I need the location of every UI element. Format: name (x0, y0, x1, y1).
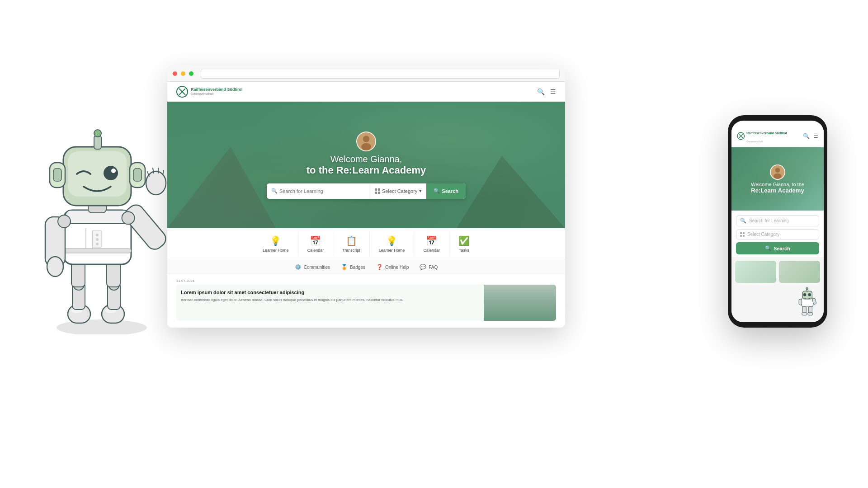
mobile-welcome-line1: Welcome Gianna, to the (751, 182, 804, 187)
nav-item-calendar-2[interactable]: 📅 Calendar (414, 232, 449, 256)
header-icons: 🔍 ☰ (537, 88, 556, 95)
news-card[interactable]: Lorem ipsum dolor sit amet consectetuer … (176, 285, 556, 321)
news-content: Lorem ipsum dolor sit amet consectetuer … (176, 285, 479, 321)
mobile-search-btn-label: Search (774, 246, 790, 251)
hero-welcome: Welcome Gianna, to the Re:Learn Academy (307, 154, 426, 176)
mobile-logo-text: Raiffeisenverband Südtirol Genossenschaf… (746, 128, 803, 144)
lms-news: 31.07.2024 Lorem ipsum dolor sit amet co… (167, 274, 565, 325)
browser-chrome (167, 66, 565, 82)
svg-rect-69 (802, 312, 807, 315)
welcome-line1: Welcome Gianna, (307, 154, 426, 164)
mobile-search-icon[interactable]: 🔍 (803, 133, 810, 139)
quick-link-badges[interactable]: 🏅 Badges (341, 264, 365, 270)
svg-rect-57 (740, 232, 742, 234)
mobile-brand-name: Raiffeisenverband Südtirol (746, 131, 787, 135)
tasks-label: Tasks (459, 248, 469, 253)
mobile-grid-icon (740, 232, 745, 237)
badges-icon: 🏅 (341, 264, 348, 270)
svg-point-21 (58, 215, 71, 228)
svg-point-45 (363, 136, 370, 142)
faq-label: FAQ (429, 265, 438, 270)
online-help-label: Online Help (385, 265, 409, 270)
mobile-search-section: 🔍 Search for Learning Select Category 🔍 … (731, 211, 824, 257)
svg-rect-70 (808, 312, 813, 315)
mobile-search-btn-icon: 🔍 (765, 245, 771, 251)
news-image-inner (484, 285, 556, 321)
mobile-search-input-icon: 🔍 (740, 218, 746, 224)
browser-maximize-dot (189, 71, 193, 76)
nav-item-learner-home-1[interactable]: 💡 Learner Home (254, 232, 298, 256)
mobile-content-card-1 (735, 261, 776, 283)
mobile-category-wrap[interactable]: Select Category (736, 229, 819, 239)
quick-link-communities[interactable]: ⚙️ Communities (295, 264, 330, 270)
nav-item-calendar-1[interactable]: 📅 Calendar (298, 232, 334, 256)
mobile-search-input-wrap[interactable]: 🔍 Search for Learning (736, 215, 819, 226)
quick-link-faq[interactable]: 💬 FAQ (420, 264, 438, 270)
search-input[interactable] (267, 183, 370, 199)
nav-item-learner-home-2[interactable]: 💡 Learner Home (370, 232, 415, 256)
svg-point-37 (104, 166, 118, 180)
mobile-welcome: Welcome Gianna, to the Re:Learn Academy (751, 182, 804, 194)
quick-link-online-help[interactable]: ❓ Online Help (376, 264, 409, 270)
lms-app: Raiffeisenverband Südtirol Genossenschaf… (167, 82, 565, 328)
menu-icon[interactable]: ☰ (550, 88, 556, 95)
svg-rect-59 (740, 235, 742, 237)
svg-rect-60 (743, 235, 745, 237)
svg-point-72 (806, 287, 808, 290)
robot-character (23, 86, 194, 334)
browser-close-dot (173, 71, 177, 76)
browser-address-bar[interactable] (201, 69, 560, 79)
svg-point-18 (96, 238, 99, 241)
lms-logo-text: Raiffeisenverband Südtirol Genossenschaf… (191, 88, 243, 96)
search-input-icon: 🔍 (271, 188, 278, 194)
badges-label: Badges (350, 265, 365, 270)
search-button[interactable]: 🔍 Search (426, 183, 466, 199)
svg-point-63 (803, 293, 807, 296)
search-btn-icon: 🔍 (434, 188, 440, 194)
browser-minimize-dot (181, 71, 185, 76)
mobile-brand-sub: Genossenschaft (746, 140, 763, 143)
svg-point-56 (774, 173, 782, 178)
svg-rect-49 (375, 192, 377, 194)
svg-point-22 (47, 257, 63, 277)
mobile-category-placeholder: Select Category (747, 232, 779, 237)
mobile-search-placeholder: Search for Learning (749, 218, 789, 223)
online-help-icon: ❓ (376, 264, 383, 270)
category-select[interactable]: Select Category ▾ (370, 183, 426, 199)
mobile-header: Raiffeisenverband Südtirol Genossenschaf… (731, 124, 824, 147)
mobile-logo: Raiffeisenverband Südtirol Genossenschaf… (737, 128, 803, 144)
nav-item-tasks[interactable]: ✅ Tasks (449, 232, 479, 256)
svg-point-40 (94, 130, 101, 137)
svg-point-64 (808, 293, 811, 296)
news-body: Aenean commodo ligula eget dolor. Aenean… (181, 297, 475, 302)
mobile-menu-icon[interactable]: ☰ (813, 133, 818, 139)
transcript-label: Transcript (342, 248, 360, 253)
search-btn-label: Search (442, 188, 458, 194)
mobile-screen: Raiffeisenverband Südtirol Genossenschaf… (731, 121, 824, 322)
calendar-label-2: Calendar (423, 248, 440, 253)
mobile-content (731, 257, 824, 322)
calendar-label-1: Calendar (307, 248, 324, 253)
svg-line-29 (163, 170, 164, 175)
svg-point-38 (111, 169, 116, 173)
svg-point-55 (775, 168, 780, 173)
svg-rect-58 (743, 232, 745, 234)
mobile-search-button[interactable]: 🔍 Search (736, 242, 819, 254)
hero-avatar (356, 131, 376, 151)
nav-item-transcript[interactable]: 📋 Transcript (333, 232, 370, 256)
communities-label: Communities (304, 265, 330, 270)
page: Raiffeisenverband Südtirol Genossenschaf… (0, 0, 868, 488)
svg-rect-15 (63, 249, 131, 253)
mobile-mockup: Raiffeisenverband Südtirol Genossenschaf… (728, 115, 827, 328)
mobile-header-icons: 🔍 ☰ (803, 133, 818, 139)
svg-rect-48 (378, 188, 380, 191)
category-placeholder: Select Category (382, 188, 417, 194)
mobile-content-card-2 (779, 261, 820, 283)
learner-home-label-2: Learner Home (379, 248, 405, 253)
svg-point-46 (361, 143, 371, 150)
welcome-line2: to the Re:Learn Academy (307, 164, 426, 176)
svg-rect-34 (53, 169, 61, 181)
search-icon[interactable]: 🔍 (537, 88, 545, 95)
lms-hero: Welcome Gianna, to the Re:Learn Academy … (167, 102, 565, 228)
learner-home-label-1: Learner Home (263, 248, 289, 253)
